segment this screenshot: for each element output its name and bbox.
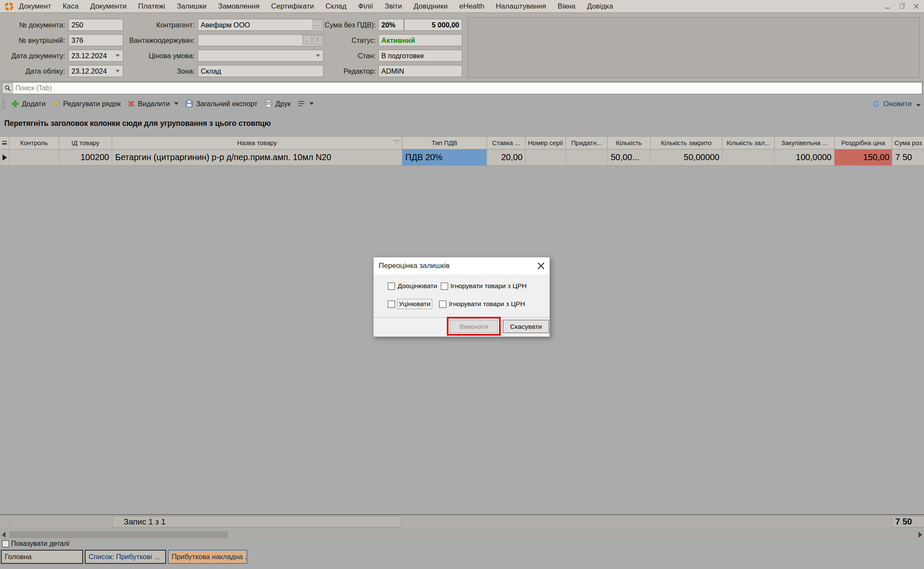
column-header-product-name[interactable]: Назва товару <box>112 137 402 149</box>
row-marker-icon <box>3 155 7 161</box>
search-input[interactable] <box>15 84 829 92</box>
consignee-label: Вантажоодержувач: <box>103 34 195 46</box>
menu-orders[interactable]: Замовлення <box>218 2 260 11</box>
column-header-quantity[interactable]: Кількість <box>608 137 651 149</box>
menu-kasa[interactable]: Каса <box>62 2 78 11</box>
sum-without-vat-label: Сума без ПДВ): <box>282 19 376 31</box>
menu-reports[interactable]: Звіти <box>385 2 402 11</box>
tab-incoming-invoice[interactable]: Прибуткова накладна . <box>168 550 247 564</box>
tab-home[interactable]: Головна <box>1 550 83 564</box>
refresh-caret-icon[interactable] <box>916 104 921 107</box>
dialog-checkbox-row-2: Уцінювати Ігнорувати товари з ЦРН <box>388 299 525 309</box>
menu-documents[interactable]: Документи <box>90 2 127 11</box>
export-button[interactable]: Загальний експорт <box>185 100 258 108</box>
ignore-crn-label-2[interactable]: Ігнорувати товари з ЦРН <box>449 300 525 308</box>
cell-vat-rate[interactable]: 20,00 <box>487 149 526 165</box>
cell-quantity[interactable]: 50,00... <box>608 149 651 165</box>
cell-product-name[interactable]: Бетаргин (цитраргинин) р-р д/пер.прим.ам… <box>112 149 402 165</box>
scroll-left-icon[interactable] <box>2 532 6 538</box>
printer-icon <box>264 100 273 107</box>
column-header-vat-type[interactable]: Тип ПДВ <box>402 137 487 149</box>
cell-control[interactable] <box>9 149 59 165</box>
refresh-button[interactable]: Оновити <box>872 100 912 108</box>
column-header-serial[interactable]: Номер серії <box>526 137 566 149</box>
execute-button[interactable]: Виконати <box>450 320 498 333</box>
scrollbar-thumb[interactable] <box>9 531 228 538</box>
plus-icon <box>12 100 19 107</box>
menu-directories[interactable]: Довідники <box>413 2 448 11</box>
edit-row-button[interactable]: Редагувати рядок <box>52 100 121 108</box>
horizontal-scrollbar[interactable] <box>0 530 924 539</box>
add-button[interactable]: Додати <box>12 100 45 108</box>
decrease-checkbox[interactable] <box>388 301 395 308</box>
status-value: Активний <box>378 34 462 46</box>
menu-settings[interactable]: Налаштування <box>496 2 547 11</box>
cell-retail-price[interactable]: 150,00 <box>835 149 892 165</box>
show-details-toggle[interactable]: Показувати деталі <box>2 540 69 548</box>
column-header-quantity-left[interactable]: Кількість зал... <box>722 137 775 149</box>
ignore-crn-checkbox-1[interactable] <box>441 283 448 290</box>
menu-warehouse[interactable]: Склад <box>326 2 347 11</box>
ignore-crn-label-1[interactable]: Ігнорувати товари з ЦРН <box>451 282 527 290</box>
cell-quantity-left[interactable] <box>722 149 775 165</box>
filter-icon[interactable] <box>394 140 399 144</box>
column-header-retail-price[interactable]: Роздрібна ціна <box>835 137 892 149</box>
accounting-date-label: Дата обліку: <box>2 65 65 77</box>
restore-icon[interactable] <box>898 3 905 10</box>
cell-product-id[interactable]: 100200 <box>59 149 112 165</box>
column-chooser-button[interactable] <box>297 100 314 107</box>
statusbar-divider <box>9 516 10 527</box>
cell-quantity-closed[interactable]: 50,00000 <box>651 149 722 165</box>
table-row[interactable]: 100200 Бетаргин (цитраргинин) р-р д/пер.… <box>0 149 924 166</box>
editor-label: Редактор: <box>282 65 376 77</box>
column-header-purchase-price[interactable]: Закупівельна ... <box>775 137 835 149</box>
column-header-expiry[interactable]: Придатн... <box>566 137 608 149</box>
delete-caret-icon <box>174 102 178 105</box>
grid-corner-cell[interactable] <box>0 137 9 149</box>
scroll-right-icon[interactable] <box>918 532 922 538</box>
search-icon[interactable] <box>3 83 13 93</box>
minimize-icon[interactable] <box>884 3 891 10</box>
toolbar-grip-icon[interactable] <box>3 98 5 109</box>
dialog-separator <box>374 317 550 318</box>
menu-windows[interactable]: Вікна <box>558 2 575 11</box>
column-header-vat-rate[interactable]: Ставка ... <box>487 137 526 149</box>
cancel-button[interactable]: Скасувати <box>503 320 549 333</box>
column-header-control[interactable]: Контроль <box>9 137 59 149</box>
record-counter: Запис 1 з 1 <box>112 516 401 527</box>
delete-button[interactable]: Видалити <box>128 100 178 108</box>
tab-incoming-list[interactable]: Список: Прибуткові ... <box>85 550 166 564</box>
side-empty-panel <box>467 17 920 78</box>
app-logo-icon <box>4 2 14 11</box>
column-header-quantity-closed[interactable]: Кількість закрито <box>651 137 722 149</box>
menu-ehealth[interactable]: eHealth <box>459 2 484 11</box>
increase-checkbox-label[interactable]: Дооцінювати <box>398 282 437 290</box>
ignore-crn-checkbox-2[interactable] <box>439 301 446 308</box>
cell-expiry[interactable] <box>566 149 608 165</box>
dialog-close-icon[interactable] <box>537 262 544 269</box>
column-header-product-id[interactable]: ІД товару <box>59 137 112 149</box>
close-icon[interactable] <box>913 3 920 10</box>
decrease-checkbox-label[interactable]: Уцінювати <box>398 299 432 309</box>
state-value: В подготовке <box>378 50 462 62</box>
menu-bar: Документ Каса Документи Платежі Залишки … <box>0 0 924 13</box>
menu-stock[interactable]: Залишки <box>177 2 207 11</box>
cell-vat-type[interactable]: ПДВ 20% <box>402 149 487 165</box>
show-details-checkbox[interactable] <box>2 540 9 547</box>
grid-grip-icon <box>2 141 7 145</box>
cell-serial[interactable] <box>526 149 566 165</box>
increase-checkbox[interactable] <box>388 283 395 290</box>
print-button[interactable]: Друк <box>264 100 291 108</box>
column-header-sum-retail[interactable]: Сума роз <box>892 137 924 149</box>
menu-certificates[interactable]: Сертифікати <box>271 2 314 11</box>
menu-help[interactable]: Довідка <box>587 2 613 11</box>
cell-sum-retail[interactable]: 7 50 <box>892 149 924 165</box>
dialog-checkbox-row-1: Дооцінювати Ігнорувати товари з ЦРН <box>388 282 526 290</box>
menu-branches[interactable]: Філії <box>358 2 373 11</box>
search-bar <box>2 82 922 94</box>
doc-date-label: Дата документу: <box>2 50 65 62</box>
menu-document[interactable]: Документ <box>19 2 51 11</box>
cell-purchase-price[interactable]: 100,0000 <box>775 149 835 165</box>
column-chooser-caret-icon <box>309 102 314 105</box>
menu-payments[interactable]: Платежі <box>138 2 165 11</box>
